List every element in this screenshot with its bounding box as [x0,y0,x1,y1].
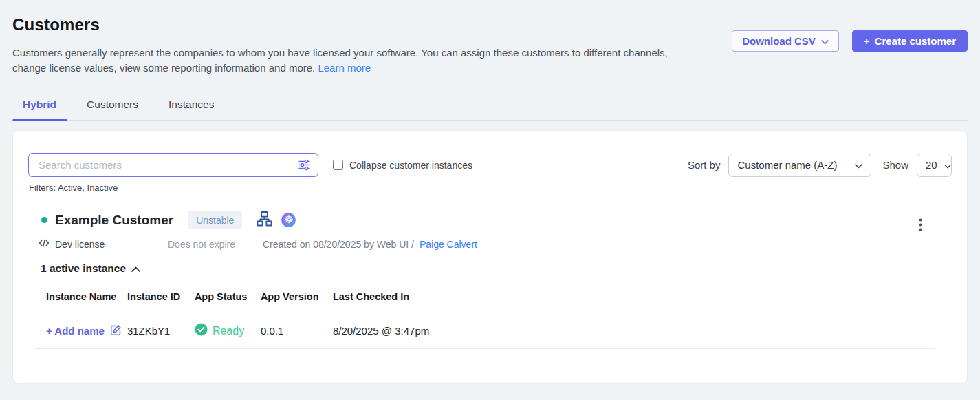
sort-by-label: Sort by [688,159,721,171]
install-type-icons: ☸ [257,211,296,229]
toolbar: Collapse customer instances Sort by Cust… [28,153,952,177]
license-type: Dev license [39,238,168,250]
customers-page: Customers Customers generally represent … [0,0,980,384]
show-select-value: 20 [926,159,937,171]
sort-select-value: Customer name (A-Z) [737,159,837,171]
col-header-last-checked-in: Last Checked In [333,285,935,313]
customer-row-header: Example Customer Unstable ☸ [28,211,952,229]
channel-badge: Unstable [188,211,242,229]
license-row: Dev license Does not expire Created on 0… [39,238,952,250]
instance-id-cell: 31ZKbY1 [127,313,195,349]
add-name-button[interactable]: + Add name [46,324,122,338]
plus-icon: + [864,35,870,47]
app-status-cell: Ready [195,323,244,339]
collapse-instances-checkbox[interactable] [333,160,343,170]
check-circle-icon [195,323,208,339]
header-text-block: Customers Customers generally represent … [12,12,673,76]
col-header-app-version: App Version [261,285,333,313]
customers-card: Collapse customer instances Sort by Cust… [12,130,968,384]
app-status-label: Ready [213,325,244,337]
page-title: Customers [12,15,673,34]
tab-customers[interactable]: Customers [87,98,138,120]
page-header: Customers Customers generally represent … [12,12,968,76]
license-created: Created on 08/20/2025 by Web UI / Paige … [263,239,477,250]
created-by-link[interactable]: Paige Calvert [420,239,477,250]
add-name-label: + Add name [46,325,105,337]
col-header-instance-name: Instance Name [35,285,127,313]
search-input[interactable] [28,153,318,177]
header-actions: Download CSV + Create customer [732,30,968,52]
col-header-app-status: App Status [195,285,261,313]
license-type-label: Dev license [55,239,105,250]
sitemap-icon [257,211,272,229]
table-row: + Add name 31ZKbY1 [35,313,935,349]
collapse-instances-label: Collapse customer instances [349,160,472,171]
create-customer-button[interactable]: + Create customer [852,30,968,52]
show-label: Show [882,159,908,171]
search-wrap [28,153,318,177]
kubernetes-glyph: ☸ [284,215,293,225]
license-expiry: Does not expire [168,239,263,250]
instances-summary-label: 1 active instance [41,262,126,275]
active-filters-text: Filters: Active, Inactive [29,182,952,193]
col-header-instance-id: Instance ID [127,285,195,313]
code-icon [39,238,50,250]
kebab-menu-icon[interactable] [919,218,922,234]
edit-icon[interactable] [110,324,122,338]
table-header-row: Instance Name Instance ID App Status App… [35,285,935,313]
instances-table: Instance Name Instance ID App Status App… [35,285,935,349]
chevron-up-icon [131,262,140,275]
list-controls: Sort by Customer name (A-Z) Show 20 [688,154,952,177]
tab-instances[interactable]: Instances [168,98,214,120]
tab-bar: Hybrid Customers Instances [12,98,968,121]
customer-name-link[interactable]: Example Customer [55,213,173,228]
learn-more-link[interactable]: Learn more [318,62,371,74]
active-status-dot-icon [41,217,47,223]
tab-hybrid[interactable]: Hybrid [23,98,56,120]
filter-sliders-icon[interactable] [298,158,311,174]
chevron-down-icon [855,159,862,171]
download-csv-label: Download CSV [742,35,816,47]
page-description: Customers generally represent the compan… [12,45,673,76]
chevron-down-icon [944,159,951,171]
app-version-cell: 0.0.1 [261,313,333,349]
create-customer-label: Create customer [875,35,956,47]
card-bottom-divider [20,368,960,368]
created-text: Created on 08/20/2025 by Web UI / [263,239,414,250]
instances-summary-toggle[interactable]: 1 active instance [41,262,952,275]
collapse-instances-control[interactable]: Collapse customer instances [333,160,472,171]
kubernetes-icon: ☸ [281,213,296,227]
download-csv-button[interactable]: Download CSV [732,30,839,52]
show-select[interactable]: 20 [917,154,952,177]
sort-select[interactable]: Customer name (A-Z) [728,154,871,177]
last-checked-in-cell: 8/20/2025 @ 3:47pm [333,313,935,349]
chevron-down-icon [821,35,829,47]
